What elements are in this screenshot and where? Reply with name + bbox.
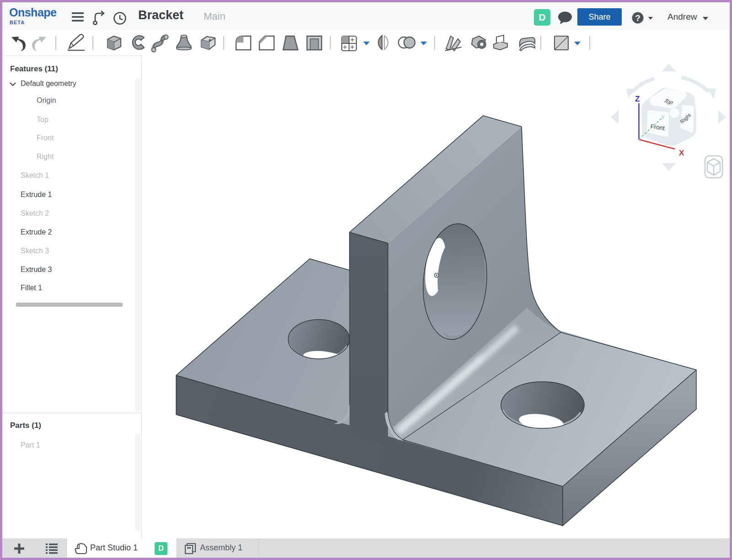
svg-text:X: X (679, 149, 684, 157)
svg-text:?: ? (635, 13, 640, 23)
svg-text:Z: Z (635, 95, 640, 103)
svg-text:Y: Y (661, 114, 665, 121)
